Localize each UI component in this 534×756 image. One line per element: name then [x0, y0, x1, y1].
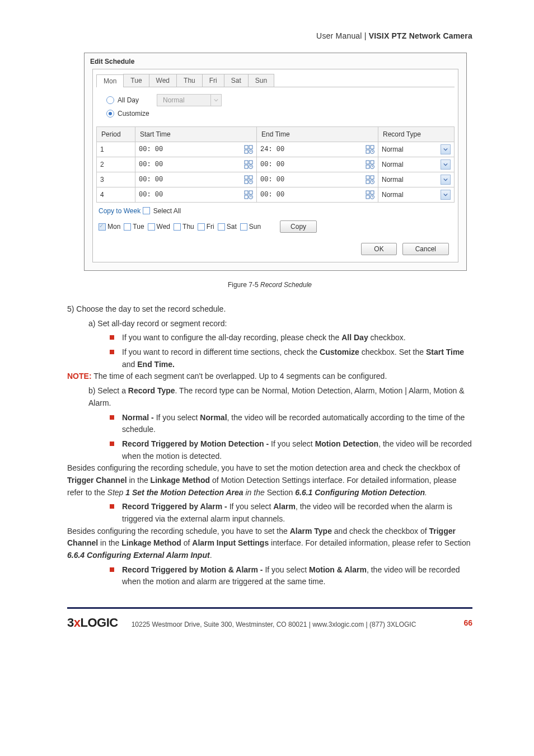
bullet-icon [110, 504, 114, 509]
select-all-checkbox[interactable] [143, 207, 150, 214]
record-type-value: Normal [382, 161, 404, 168]
end-time-value[interactable]: 00: 00 [260, 191, 284, 199]
svg-rect-14 [366, 165, 369, 168]
copy-thu-checkbox[interactable] [174, 223, 181, 231]
copy-mon-checkbox[interactable] [99, 223, 106, 231]
page-header: User Manual | VISIX PTZ Network Camera [67, 31, 472, 40]
copy-tue-checkbox[interactable] [124, 223, 131, 231]
table-row: 200: 0000: 00Normal [97, 157, 455, 172]
record-type-value: Normal [382, 145, 404, 153]
page-footer: 3xLOGIC 10225 Westmoor Drive, Suite 300,… [67, 616, 472, 630]
header-period: Period [97, 127, 135, 142]
svg-rect-24 [245, 191, 248, 194]
clock-icon[interactable] [244, 175, 253, 184]
radio-customize[interactable] [106, 110, 114, 118]
clock-icon[interactable] [366, 175, 374, 184]
tab-mon[interactable]: Mon [96, 74, 124, 87]
tab-fri[interactable]: Fri [202, 74, 224, 87]
footer-rule [67, 607, 472, 609]
period-cell: 4 [97, 187, 135, 203]
brand-logo: 3xLOGIC [67, 616, 118, 630]
svg-rect-18 [245, 180, 248, 184]
header-end-time: End Time [257, 127, 378, 142]
svg-rect-20 [366, 176, 369, 179]
svg-rect-8 [245, 161, 248, 164]
body-text: 5) Choose the day to set the record sche… [67, 303, 472, 588]
svg-rect-6 [366, 150, 369, 153]
copy-sun-checkbox[interactable] [240, 223, 247, 231]
edit-schedule-dialog: Edit Schedule Mon Tue Wed Thu Fri Sat Su… [84, 53, 467, 271]
start-time-value[interactable]: 00: 00 [139, 191, 163, 199]
svg-rect-21 [371, 176, 374, 179]
svg-rect-9 [249, 161, 252, 164]
copy-wed-checkbox[interactable] [148, 223, 155, 231]
chevron-down-icon[interactable] [441, 159, 451, 170]
svg-rect-26 [245, 195, 248, 199]
tab-thu[interactable]: Thu [176, 74, 203, 87]
start-time-value[interactable]: 00: 00 [139, 161, 163, 168]
cancel-button[interactable]: Cancel [402, 243, 449, 255]
copy-sat-checkbox[interactable] [218, 223, 225, 231]
period-table: Period Start Time End Time Record Type 1… [96, 126, 455, 203]
bullet-icon [110, 335, 114, 340]
customize-label: Customize [118, 110, 149, 118]
chevron-down-icon[interactable] [441, 144, 451, 154]
end-time-value[interactable]: 00: 00 [260, 161, 284, 168]
svg-rect-4 [366, 145, 369, 149]
period-cell: 3 [97, 172, 135, 187]
tab-sat[interactable]: Sat [224, 74, 249, 87]
clock-icon[interactable] [244, 160, 253, 169]
record-type-value: Normal [382, 176, 404, 184]
bullet-icon [110, 415, 114, 420]
clock-icon[interactable] [244, 190, 253, 199]
svg-rect-13 [371, 161, 374, 164]
svg-rect-1 [249, 145, 252, 149]
svg-rect-17 [249, 176, 252, 179]
clock-icon[interactable] [366, 190, 374, 199]
svg-rect-0 [245, 145, 248, 149]
header-record-type: Record Type [378, 127, 455, 142]
clock-icon[interactable] [244, 145, 253, 154]
allday-type-select: Normal [157, 94, 222, 106]
period-cell: 1 [97, 142, 135, 157]
svg-rect-30 [366, 195, 369, 199]
radio-all-day[interactable] [106, 96, 114, 104]
chevron-down-icon [210, 95, 221, 106]
svg-rect-5 [371, 145, 374, 149]
svg-rect-12 [366, 161, 369, 164]
start-time-value[interactable]: 00: 00 [139, 145, 163, 153]
figure-caption: Figure 7-5 Record Schedule [67, 281, 472, 289]
svg-rect-25 [249, 191, 252, 194]
bullet-icon [110, 442, 114, 446]
table-row: 300: 0000: 00Normal [97, 172, 455, 187]
bullet-icon [110, 567, 114, 572]
table-row: 400: 0000: 00Normal [97, 187, 455, 203]
svg-rect-28 [366, 191, 369, 194]
dialog-title: Edit Schedule [85, 53, 466, 69]
chevron-down-icon[interactable] [441, 175, 451, 185]
clock-icon[interactable] [366, 145, 374, 154]
svg-rect-29 [371, 191, 374, 194]
tab-wed[interactable]: Wed [149, 74, 177, 87]
tab-sun[interactable]: Sun [248, 74, 274, 87]
bullet-icon [110, 350, 114, 354]
chevron-down-icon[interactable] [441, 190, 451, 200]
end-time-value[interactable]: 00: 00 [260, 176, 284, 184]
end-time-value[interactable]: 24: 00 [260, 145, 284, 153]
clock-icon[interactable] [366, 160, 374, 169]
copy-button[interactable]: Copy [280, 220, 317, 233]
period-cell: 2 [97, 157, 135, 172]
svg-rect-10 [245, 165, 248, 168]
svg-rect-2 [245, 150, 248, 153]
allday-label: All Day [118, 96, 139, 104]
copy-to-week-row: Copy to Week Select All [99, 207, 458, 215]
copy-fri-checkbox[interactable] [198, 223, 205, 231]
ok-button[interactable]: OK [361, 243, 396, 255]
start-time-value[interactable]: 00: 00 [139, 176, 163, 184]
svg-rect-16 [245, 176, 248, 179]
svg-rect-22 [366, 180, 369, 184]
day-tabs: Mon Tue Wed Thu Fri Sat Sun [96, 73, 455, 87]
record-type-value: Normal [382, 191, 404, 199]
header-start-time: Start Time [135, 127, 257, 142]
tab-tue[interactable]: Tue [123, 74, 149, 87]
